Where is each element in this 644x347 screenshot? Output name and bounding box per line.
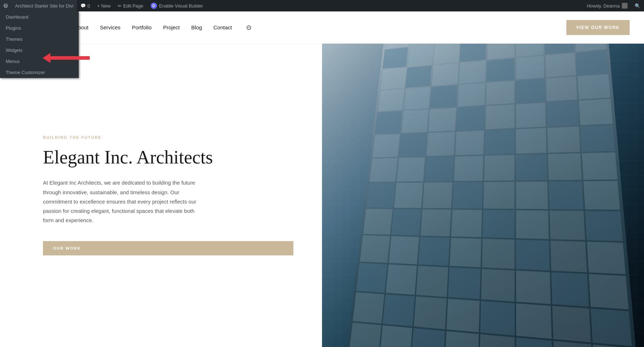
new-menu[interactable]: + New bbox=[94, 0, 114, 11]
edit-icon: ✏ bbox=[118, 3, 122, 9]
comment-icon: 💬 bbox=[80, 3, 86, 8]
admin-bar: Architect Starter Site for Divi 💬 0 + Ne… bbox=[0, 0, 644, 11]
nav-services[interactable]: Services bbox=[100, 24, 121, 30]
site-nav: Home About Services Portfolio Project Bl… bbox=[49, 24, 566, 31]
themes-menu-item[interactable]: Themes bbox=[0, 34, 79, 45]
comments-menu[interactable]: 💬 0 bbox=[77, 0, 93, 11]
howdy-text: Howdy, Deanna bbox=[587, 3, 620, 9]
dashboard-menu-item[interactable]: Dashboard bbox=[0, 11, 79, 23]
user-menu[interactable]: Howdy, Deanna bbox=[583, 3, 631, 9]
site-name-menu[interactable]: Architect Starter Site for Divi bbox=[11, 0, 77, 11]
edit-page-menu[interactable]: ✏ Edit Page bbox=[114, 0, 147, 11]
wp-logo[interactable] bbox=[0, 0, 11, 11]
site-wrapper: D Home About Services Portfolio Project … bbox=[0, 11, 644, 347]
header-cta-button[interactable]: VIEW OUR WORK bbox=[566, 20, 630, 35]
hero-subtitle: BUILDING THE FUTURE bbox=[43, 135, 293, 140]
comment-count: 0 bbox=[87, 3, 90, 9]
site-name-text: Architect Starter Site for Divi bbox=[15, 3, 73, 9]
admin-search-icon[interactable]: 🔍 bbox=[631, 3, 644, 9]
arrow-shaft bbox=[50, 56, 90, 60]
building-overlay bbox=[322, 44, 644, 347]
arrow-annotation bbox=[43, 53, 90, 63]
edit-page-label: Edit Page bbox=[123, 3, 143, 9]
divi-icon: D bbox=[151, 3, 157, 9]
hero-body: At Elegant Inc Architects, we are dedica… bbox=[43, 178, 200, 225]
new-icon: + bbox=[97, 3, 100, 9]
hero-cta-button[interactable]: OUR WORK bbox=[43, 241, 293, 255]
user-avatar bbox=[622, 3, 628, 9]
building-image bbox=[322, 44, 644, 347]
hero-left: BUILDING THE FUTURE Elegant Inc. Archite… bbox=[0, 44, 322, 347]
nav-portfolio[interactable]: Portfolio bbox=[132, 24, 152, 30]
nav-blog[interactable]: Blog bbox=[191, 24, 202, 30]
nav-project[interactable]: Project bbox=[163, 24, 180, 30]
visual-builder-label: Enable Visual Builder bbox=[159, 3, 203, 9]
visual-builder-menu[interactable]: D Enable Visual Builder bbox=[147, 0, 207, 11]
appearance-dropdown: Dashboard Plugins Themes Widgets Menus T… bbox=[0, 11, 79, 78]
theme-customizer-menu-item[interactable]: Theme Customizer bbox=[0, 67, 79, 78]
nav-search-icon[interactable]: ⊙ bbox=[246, 24, 252, 31]
plugins-menu-item[interactable]: Plugins bbox=[0, 23, 79, 34]
nav-contact[interactable]: Contact bbox=[214, 24, 232, 30]
hero-right bbox=[322, 44, 644, 347]
hero-title: Elegant Inc. Architects bbox=[43, 147, 293, 168]
hero-section: BUILDING THE FUTURE Elegant Inc. Archite… bbox=[0, 44, 644, 347]
site-header: D Home About Services Portfolio Project … bbox=[0, 11, 644, 44]
new-label: New bbox=[101, 3, 111, 9]
arrow-head bbox=[43, 53, 50, 63]
